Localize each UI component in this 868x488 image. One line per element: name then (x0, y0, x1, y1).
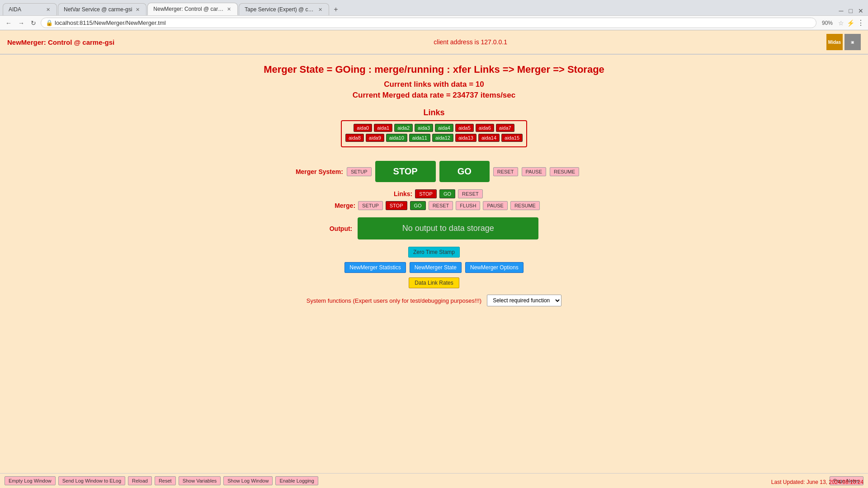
merge-pause-button[interactable]: PAUSE (483, 201, 507, 210)
link-aida4[interactable]: aida4 (435, 124, 453, 132)
close-button[interactable]: ✕ (856, 6, 865, 15)
link-aida12[interactable]: aida12 (432, 134, 453, 142)
link-aida13[interactable]: aida13 (455, 134, 476, 142)
link-aida14[interactable]: aida14 (478, 134, 500, 142)
statistics-section: NewMerger Statistics NewMerger State New… (9, 262, 859, 273)
utility-section: Zero Time Stamp (9, 247, 859, 258)
links-grid: aida0 aida1 aida2 aida3 aida4 aida5 aida… (341, 120, 527, 147)
empty-log-window-button[interactable]: Empty Log Window (5, 476, 56, 482)
link-aida3[interactable]: aida3 (415, 124, 433, 132)
tab-close-aida[interactable]: ✕ (45, 7, 51, 13)
merger-go-button[interactable]: GO (439, 161, 490, 182)
tab-close-tape[interactable]: ✕ (317, 7, 323, 13)
merge-stop-button[interactable]: STOP (386, 201, 407, 210)
page-content: NewMerger: Control @ carme-gsi client ad… (0, 30, 868, 482)
newmerger-options-button[interactable]: NewMerger Options (465, 262, 524, 273)
last-updated: Last Updated: June 13, 2024 08:10:24 (771, 476, 863, 482)
merge-resume-button[interactable]: RESUME (510, 201, 540, 210)
links-reset-button[interactable]: RESET (458, 189, 483, 198)
state-line: Merger State = GOing : merge/running : x… (9, 64, 859, 75)
output-display: No output to data storage (358, 217, 538, 239)
show-log-window-button[interactable]: Show Log Window (223, 476, 273, 482)
output-label: Output: (330, 225, 353, 232)
link-aida6[interactable]: aida6 (476, 124, 494, 132)
link-aida9[interactable]: aida9 (366, 134, 384, 142)
zoom-level: 90% (819, 19, 835, 27)
tab-close-newmerger[interactable]: ✕ (226, 6, 232, 12)
merge-control-label: Merge: (328, 202, 355, 209)
enable-logging-button[interactable]: Enable Logging (275, 476, 318, 482)
show-variables-button[interactable]: Show Variables (179, 476, 221, 482)
tab-netvar[interactable]: NetVar Service @ carme-gsi ✕ (58, 3, 146, 15)
data-link-rates-button[interactable]: Data Link Rates (409, 277, 459, 288)
tab-aida[interactable]: AIDA ✕ (3, 3, 57, 15)
link-aida8[interactable]: aida8 (345, 134, 364, 142)
page-title-left: NewMerger: Control @ carme-gsi (7, 38, 114, 46)
link-aida5[interactable]: aida5 (455, 124, 474, 132)
logo-area: Midas ▣ (826, 34, 861, 50)
client-address: client address is 127.0.0.1 (434, 38, 507, 46)
links-count: Current links with data = 10 (9, 80, 859, 89)
link-aida7[interactable]: aida7 (496, 124, 514, 132)
merger-reset-button[interactable]: RESET (493, 167, 518, 176)
link-aida0[interactable]: aida0 (354, 124, 372, 132)
merger-system-label: Merger System: (289, 168, 343, 175)
window-controls: ─ □ ✕ (837, 6, 865, 15)
merge-flush-button[interactable]: FLUSH (456, 201, 480, 210)
page-header: NewMerger: Control @ carme-gsi client ad… (0, 30, 868, 55)
url-bar[interactable]: 🔒 localhost:8115/NewMerger/NewMerger.tml (41, 18, 816, 28)
browser-chrome: AIDA ✕ NetVar Service @ carme-gsi ✕ NewM… (0, 0, 868, 30)
url-text: localhost:8115/NewMerger/NewMerger.tml (55, 19, 811, 26)
tab-bar: AIDA ✕ NetVar Service @ carme-gsi ✕ NewM… (0, 0, 868, 15)
links-title: Links (341, 108, 527, 117)
tab-close-netvar[interactable]: ✕ (135, 7, 141, 13)
merge-control-row: Merge: SETUP STOP GO RESET FLUSH PAUSE R… (9, 201, 859, 210)
merge-reset-button[interactable]: RESET (429, 201, 453, 210)
back-button[interactable]: ← (4, 19, 14, 28)
send-log-window-button[interactable]: Send Log Window to ELog (58, 476, 125, 482)
system-functions-select[interactable]: Select required function (487, 295, 561, 306)
links-stop-button[interactable]: STOP (415, 189, 437, 198)
main-content: Merger State = GOing : merge/running : x… (0, 55, 868, 317)
merge-go-button[interactable]: GO (410, 201, 426, 210)
newmerger-statistics-button[interactable]: NewMerger Statistics (344, 262, 406, 273)
reset-button[interactable]: Reset (155, 476, 176, 482)
links-go-button[interactable]: GO (439, 189, 455, 198)
reload-button[interactable]: Reload (128, 476, 152, 482)
midas-logo: Midas (826, 34, 843, 50)
extra-logo: ▣ (844, 34, 861, 50)
link-aida11[interactable]: aida11 (409, 134, 430, 142)
tab-newmerger[interactable]: NewMerger: Control @ carm... ✕ (147, 3, 238, 15)
links-row-1: aida0 aida1 aida2 aida3 aida4 aida5 aida… (345, 124, 523, 132)
links-control-label: Links: (385, 190, 412, 197)
newmerger-state-button[interactable]: NewMerger State (410, 262, 462, 273)
browser-menu-button[interactable]: ⋮ (857, 19, 864, 27)
merger-stop-button[interactable]: STOP (375, 161, 436, 182)
links-row-2: aida8 aida9 aida10 aida11 aida12 aida13 … (345, 134, 523, 142)
merger-system-section: Merger System: SETUP STOP GO RESET PAUSE… (9, 161, 859, 182)
tab-tape[interactable]: Tape Service (Expert) @ carm... ✕ (239, 3, 329, 15)
link-aida2[interactable]: aida2 (394, 124, 413, 132)
merger-setup-button[interactable]: SETUP (347, 167, 372, 176)
bookmark-button[interactable]: ☆ (838, 19, 844, 27)
forward-button[interactable]: → (16, 19, 26, 28)
maximize-button[interactable]: □ (847, 6, 854, 15)
link-aida15[interactable]: aida15 (501, 134, 523, 142)
new-tab-button[interactable]: + (330, 4, 341, 15)
extensions-button[interactable]: ⚡ (847, 19, 854, 27)
bottom-bar: Empty Log Window Send Log Window to ELog… (0, 473, 868, 482)
zero-time-stamp-button[interactable]: Zero Time Stamp (408, 247, 460, 258)
merger-resume-button[interactable]: RESUME (550, 167, 579, 176)
output-section: Output: No output to data storage (9, 217, 859, 239)
merger-system-row: Merger System: SETUP STOP GO RESET PAUSE… (9, 161, 859, 182)
minimize-button[interactable]: ─ (837, 6, 845, 15)
link-aida1[interactable]: aida1 (374, 124, 392, 132)
merger-pause-button[interactable]: PAUSE (522, 167, 546, 176)
reload-nav-button[interactable]: ↻ (29, 19, 38, 28)
system-functions-section: System functions (Expert users only for … (9, 295, 859, 306)
system-functions-label: System functions (Expert users only for … (307, 297, 481, 304)
address-bar: ← → ↻ 🔒 localhost:8115/NewMerger/NewMerg… (0, 15, 868, 30)
merge-setup-button[interactable]: SETUP (358, 201, 383, 210)
links-control-row: Links: STOP GO RESET (9, 189, 859, 198)
link-aida10[interactable]: aida10 (386, 134, 407, 142)
